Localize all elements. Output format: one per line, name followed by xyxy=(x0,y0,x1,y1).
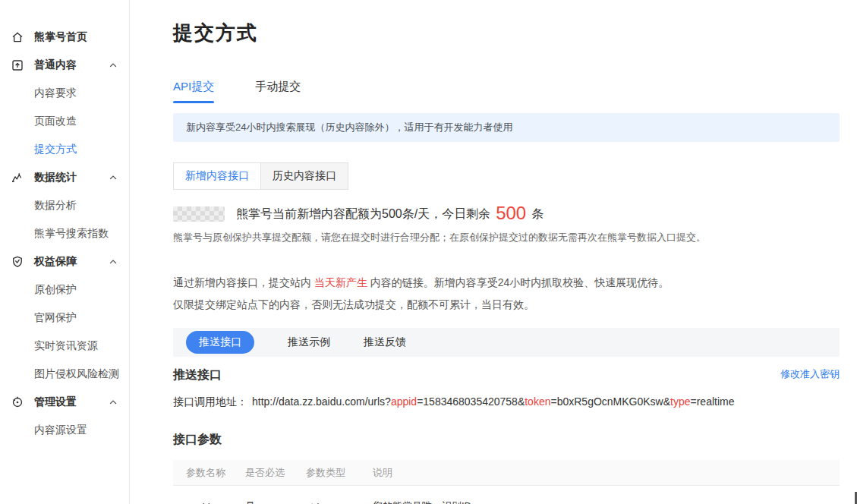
push-feedback-button[interactable]: 推送反馈 xyxy=(364,335,406,349)
header-param-type: 参数类型 xyxy=(306,466,373,480)
quota-text: 熊掌号当前新增内容配额为500条/天，今日剩余 xyxy=(236,206,490,222)
cell-param-type: string xyxy=(306,501,373,504)
cell-param-name: appid xyxy=(173,501,245,504)
tab-manual-submit[interactable]: 手动提交 xyxy=(255,80,301,103)
sidebar-item-label: 普通内容 xyxy=(34,58,77,72)
sidebar-item-content-source-settings[interactable]: 内容源设置 xyxy=(0,416,129,444)
chevron-up-icon[interactable] xyxy=(109,173,118,182)
sidebar-item-image-infringement[interactable]: 图片侵权风险检测 xyxy=(0,360,129,388)
quota-remaining-count: 500 xyxy=(496,203,526,224)
quota-line: 熊掌号当前新增内容配额为500条/天，今日剩余 500 条 xyxy=(173,203,840,225)
shield-icon xyxy=(11,255,24,269)
sidebar-item-official-site-protection[interactable]: 官网保护 xyxy=(0,304,129,332)
tab-bar: API提交 手动提交 xyxy=(173,80,840,103)
sidebar-item-search-index[interactable]: 熊掌号搜索指数 xyxy=(0,219,129,247)
cell-required: 是 xyxy=(245,499,306,504)
api-url-line: 接口调用地址：http://data.zz.baidu.com/urls?app… xyxy=(173,395,840,409)
chevron-up-icon[interactable] xyxy=(109,61,118,70)
chevron-up-icon[interactable] xyxy=(109,398,118,407)
quota-note: 熊掌号与原创保护共享提交配额，请您在提交时进行合理分配；在原创保护提交过的数据无… xyxy=(173,231,840,244)
header-required: 是否必选 xyxy=(245,466,306,480)
interface-toggle: 新增内容接口 历史内容接口 xyxy=(173,162,348,190)
table-row: appid 是 string 您的熊掌号唯一识别ID xyxy=(173,486,840,504)
blurred-account-name xyxy=(173,206,225,222)
upload-icon xyxy=(11,58,24,72)
params-table-header: 参数名称 是否必选 参数类型 说明 xyxy=(173,460,840,486)
params-heading: 接口参数 xyxy=(173,432,840,448)
gear-icon xyxy=(11,395,24,409)
tab-api-submit[interactable]: API提交 xyxy=(173,80,214,103)
sidebar-item-submit-method[interactable]: 提交方式 xyxy=(0,135,129,163)
push-api-heading: 推送接口 xyxy=(173,367,222,383)
sidebar: 熊掌号首页 普通内容 内容要求 页面改造 提交方式 数据统计 数据分析 熊掌号搜… xyxy=(0,0,130,504)
cell-description: 您的熊掌号唯一识别ID xyxy=(373,499,840,504)
api-url: http://data.zz.baidu.com/urls?appid=1583… xyxy=(252,395,735,408)
highlight-same-day: 当天新产生 xyxy=(314,276,367,288)
sidebar-item-home[interactable]: 熊掌号首页 xyxy=(0,23,129,51)
chevron-up-icon[interactable] xyxy=(109,257,118,266)
chart-icon xyxy=(11,171,24,184)
sidebar-section-data-stats[interactable]: 数据统计 xyxy=(0,163,129,191)
sidebar-item-data-analysis[interactable]: 数据分析 xyxy=(0,191,129,219)
main-content: 提交方式 API提交 手动提交 新内容享受24小时内搜索展现（历史内容除外），适… xyxy=(173,0,840,504)
sidebar-section-rights-protection[interactable]: 权益保障 xyxy=(0,247,129,276)
push-api-section-header: 推送接口 修改准入密钥 xyxy=(173,367,840,383)
sidebar-section-common-content[interactable]: 普通内容 xyxy=(0,51,129,79)
push-example-button[interactable]: 推送示例 xyxy=(288,335,330,349)
params-table: 参数名称 是否必选 参数类型 说明 appid 是 string 您的熊掌号唯一… xyxy=(173,460,840,504)
sidebar-item-page-transform[interactable]: 页面改造 xyxy=(0,107,129,135)
header-description: 说明 xyxy=(373,466,840,480)
home-icon xyxy=(11,30,24,44)
api-url-label: 接口调用地址： xyxy=(173,395,247,408)
info-banner: 新内容享受24小时内搜索展现（历史内容除外），适用于有开发能力者使用 xyxy=(173,113,840,142)
sidebar-item-content-requirements[interactable]: 内容要求 xyxy=(0,79,129,107)
sidebar-item-realtime-news[interactable]: 实时资讯资源 xyxy=(0,332,129,360)
sidebar-section-management-settings[interactable]: 管理设置 xyxy=(0,388,129,416)
sidebar-item-original-protection[interactable]: 原创保护 xyxy=(0,276,129,304)
push-tab-bar: 推送接口 推送示例 推送反馈 xyxy=(173,328,840,357)
api-description: 通过新增内容接口，提交站内 当天新产生 内容的链接。新增内容享受24小时内抓取校… xyxy=(173,275,840,313)
sidebar-item-label: 熊掌号首页 xyxy=(34,30,87,44)
description-line-1: 通过新增内容接口，提交站内 当天新产生 内容的链接。新增内容享受24小时内抓取校… xyxy=(173,275,840,291)
toggle-new-content-api[interactable]: 新增内容接口 xyxy=(174,163,260,189)
push-api-pill-button[interactable]: 推送接口 xyxy=(186,331,254,354)
header-param-name: 参数名称 xyxy=(173,466,245,480)
toggle-history-content-api[interactable]: 历史内容接口 xyxy=(260,163,348,189)
quota-unit: 条 xyxy=(531,206,544,222)
description-line-2: 仅限提交绑定站点下的内容，否则无法成功提交，配额不可累计，当日有效。 xyxy=(173,297,840,313)
page-title: 提交方式 xyxy=(173,20,840,46)
modify-access-key-link[interactable]: 修改准入密钥 xyxy=(780,367,840,381)
